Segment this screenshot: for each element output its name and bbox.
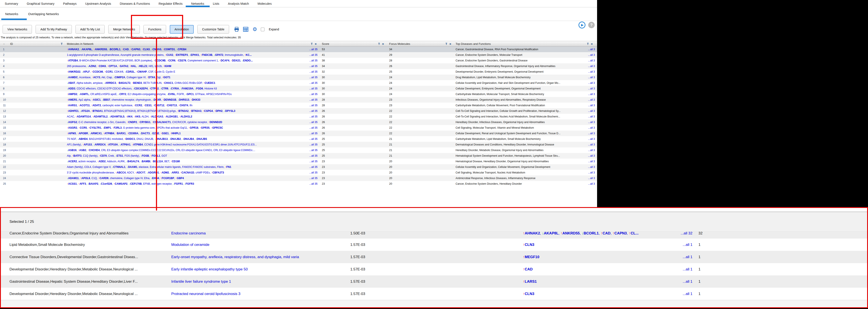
all-molecules-link[interactable]: ...all 35	[309, 81, 319, 84]
all-diseases-link[interactable]: ...all 3	[588, 166, 595, 169]
all-molecules-link[interactable]: ...all 35	[309, 98, 319, 101]
network-row-4[interactable]: 426S proteasome, ↓AZIN2, ↑CDK6, ↑CPT1A, …	[0, 63, 597, 69]
all-molecules-link[interactable]: ...all 35	[309, 137, 319, 140]
network-row-13[interactable]: 13ACAC, ↑ADAMTS14, ↑ADAMTSL2, ↓ADAMTSL5,…	[0, 114, 597, 119]
subtab-overlapping-networks[interactable]: Overlapping Networks	[28, 12, 59, 16]
column-header-molecules[interactable]: Molecules in Network T×	[65, 42, 319, 45]
annotation-row[interactable]: Lipid Metabolism,Small Molecule Biochemi…	[1, 239, 867, 251]
all-molecules-link[interactable]: ...all 35	[309, 121, 319, 124]
expand-checkbox[interactable]	[261, 28, 265, 31]
help-icon[interactable]: ?	[588, 22, 595, 28]
customize-table-button[interactable]: Customize Table	[197, 25, 229, 34]
functions-button[interactable]: Functions	[144, 25, 166, 34]
filter-icon[interactable]: T	[378, 42, 380, 45]
annotation-function-link[interactable]: Early infantile epileptic encephalopathy…	[171, 267, 342, 272]
tab-networks[interactable]: Networks	[191, 2, 204, 5]
network-row-23[interactable]: 233',5'-cyclic-nucleotide phosphodiester…	[0, 170, 597, 175]
all-diseases-link[interactable]: ...all 3	[588, 98, 595, 101]
column-header-top-diseases[interactable]: Top Diseases and Functions T×	[454, 42, 597, 45]
network-row-14[interactable]: 14↓AGFG2, C-C chemokine receptor, c-Src,…	[0, 119, 597, 125]
clear-filter-icon[interactable]: ×	[449, 42, 451, 45]
sort-ascending-icon[interactable]: ▲	[3, 43, 5, 45]
gear-icon[interactable]: ⚙	[252, 26, 258, 32]
annotation-all-link[interactable]: ...all 1	[683, 267, 695, 272]
all-molecules-link[interactable]: ...all 35	[309, 87, 319, 90]
annotation-function-link[interactable]: Protracted neuronal ceroid lipofuscinosi…	[171, 292, 342, 296]
merge-networks-button[interactable]: Merge Networks	[108, 25, 140, 34]
subtab-networks[interactable]: Networks	[5, 12, 18, 16]
column-header-focus-molecules[interactable]: Focus Molecules T×	[386, 42, 454, 45]
all-diseases-link[interactable]: ...all 3	[588, 154, 595, 157]
tab-regulator-effects[interactable]: Regulator Effects	[159, 2, 183, 5]
all-molecules-link[interactable]: ...all 35	[309, 54, 319, 57]
all-diseases-link[interactable]: ...all 3	[588, 177, 595, 180]
annotation-row[interactable]: Developmental Disorder,Hereditary Disord…	[1, 263, 867, 275]
filter-icon[interactable]: T	[61, 42, 63, 45]
all-diseases-link[interactable]: ...all 3	[588, 109, 595, 112]
add-to-my-pathway-button[interactable]: Add To My Pathway	[36, 25, 72, 34]
all-molecules-link[interactable]: ...all 35	[309, 160, 319, 163]
all-molecules-link[interactable]: ...all 35	[309, 115, 319, 118]
all-molecules-link[interactable]: ...all 35	[309, 177, 319, 180]
all-molecules-link[interactable]: ...all 35	[309, 70, 319, 73]
network-row-3[interactable]: 3↑ATP2B4, B-WICH:rDNA Promoter:KAT2B:KAT…	[0, 58, 597, 63]
annotation-row[interactable]: Developmental Disorder,Hereditary Disord…	[1, 288, 867, 300]
annotation-all-link[interactable]: ...all 1	[683, 255, 695, 259]
network-row-12[interactable]: 12↑ADHFE1, ↓ATG2A, ↑BTN3A1, BTN3A1(BTN3A…	[0, 108, 597, 114]
all-molecules-link[interactable]: ...all 35	[309, 109, 319, 112]
all-diseases-link[interactable]: ...all 3	[588, 70, 595, 73]
tab-pathways[interactable]: Pathways	[63, 2, 76, 5]
play-icon[interactable]: ▶	[579, 22, 585, 29]
column-header-id[interactable]: ▲ ID T	[0, 42, 65, 45]
annotation-all-link[interactable]: ...all 32	[681, 232, 695, 236]
all-diseases-link[interactable]: ...all 3	[588, 171, 595, 174]
network-row-16[interactable]: 16↑AIFM3, ↑APOBR, ↓ARMCX1, ↑ATP8B4, ↑BAR…	[0, 131, 597, 136]
view-networks-button[interactable]: View Networks	[3, 25, 32, 34]
tab-diseases-functions[interactable]: Diseases & Functions	[120, 2, 150, 5]
all-diseases-link[interactable]: ...all 3	[588, 126, 595, 129]
all-diseases-link[interactable]: ...all 3	[588, 76, 595, 79]
network-row-17[interactable]: 177S NGF, ↓ABHD4, BAG1/HSP/STUB1 misfold…	[0, 136, 597, 142]
column-header-score[interactable]: Score T×	[319, 42, 386, 45]
network-row-7[interactable]: 7↓ABAT, Alpha tubulin, amylase, ↓ARRDC3,…	[0, 80, 597, 86]
all-molecules-link[interactable]: ...all 35	[309, 143, 319, 146]
table-icon[interactable]	[243, 26, 249, 32]
network-row-5[interactable]: 5↑ANKRD22, ↓APLF, ↑CCDC86, ↑CCR1, CDK4/6…	[0, 69, 597, 74]
annotation-function-link[interactable]: Modulation of ceramide	[171, 243, 342, 247]
annotation-row[interactable]: Cancer,Endocrine System Disorders,Organi…	[1, 232, 867, 239]
network-row-8[interactable]: 8↓ADD3, CDC42 effectors, CDC42:GTP:CDC42…	[0, 86, 597, 91]
annotation-row[interactable]: Gastrointestinal Disease,Hepatic System …	[1, 275, 867, 288]
annotation-row[interactable]: Connective Tissue Disorders,Developmenta…	[1, 251, 867, 263]
all-diseases-link[interactable]: ...all 3	[588, 87, 595, 90]
all-diseases-link[interactable]: ...all 3	[588, 182, 595, 185]
all-molecules-link[interactable]: ...all 35	[309, 154, 319, 157]
annotation-button[interactable]: Annotation	[170, 25, 194, 34]
all-diseases-link[interactable]: ...all 3	[588, 104, 595, 107]
all-diseases-link[interactable]: ...all 3	[588, 137, 595, 140]
network-row-21[interactable]: 21↓ACER2, activin receptor, ↑ADD2, Adduc…	[0, 159, 597, 164]
all-molecules-link[interactable]: ...all 35	[309, 59, 319, 62]
all-molecules-link[interactable]: ...all 35	[309, 182, 319, 185]
all-molecules-link[interactable]: ...all 35	[309, 149, 319, 152]
network-row-20[interactable]: 20Alp, ↑BATF3, C1Q (family), ↑CD70, Creb…	[0, 153, 597, 159]
printer-icon[interactable]	[234, 26, 240, 32]
network-row-18[interactable]: 18AP1 (family), ↑AP1S3, ↓ARRDC4, ↑ATP10A…	[0, 142, 597, 147]
annotation-function-link[interactable]: Infantile liver failure syndrome type 1	[171, 279, 342, 284]
filter-icon[interactable]: T	[311, 42, 313, 45]
tab-summary[interactable]: Summary	[5, 2, 18, 5]
add-to-my-list-button[interactable]: Add To My List	[75, 25, 105, 34]
all-molecules-link[interactable]: ...all 35	[309, 166, 319, 169]
all-molecules-link[interactable]: ...all 35	[309, 65, 319, 68]
tab-molecules[interactable]: Molecules	[257, 2, 272, 5]
annotation-all-link[interactable]: ...all 1	[683, 279, 695, 284]
tab-upstream-analysis[interactable]: Upstream Analysis	[85, 2, 111, 5]
network-row-10[interactable]: 10↑AMER1, Ap2 alpha, ↑ASIC1, ↓BBS7, chem…	[0, 97, 597, 103]
all-molecules-link[interactable]: ...all 35	[309, 132, 319, 135]
network-row-25[interactable]: 25↑ACSS1, ↑AFF3, ↓BAIAP2, ↓C1orf226, ↑CA…	[0, 181, 597, 186]
network-row-19[interactable]: 19↓ASB16, ↑ASB2, ↑CHCHD4, CRL E3 ubiquit…	[0, 147, 597, 153]
network-row-6[interactable]: 6↓AAMDC, Aconitase, ↑ACY3, Akt, Ciap, ↓C…	[0, 74, 597, 80]
clear-filter-icon[interactable]: ×	[591, 42, 593, 45]
all-diseases-link[interactable]: ...all 3	[588, 160, 595, 163]
network-row-15[interactable]: 15↑ASGR2, ↑CCR5, ↑CYSLTR1, ↓EMP1, ↑F2RL3…	[0, 125, 597, 131]
tab-lists[interactable]: Lists	[213, 2, 219, 5]
